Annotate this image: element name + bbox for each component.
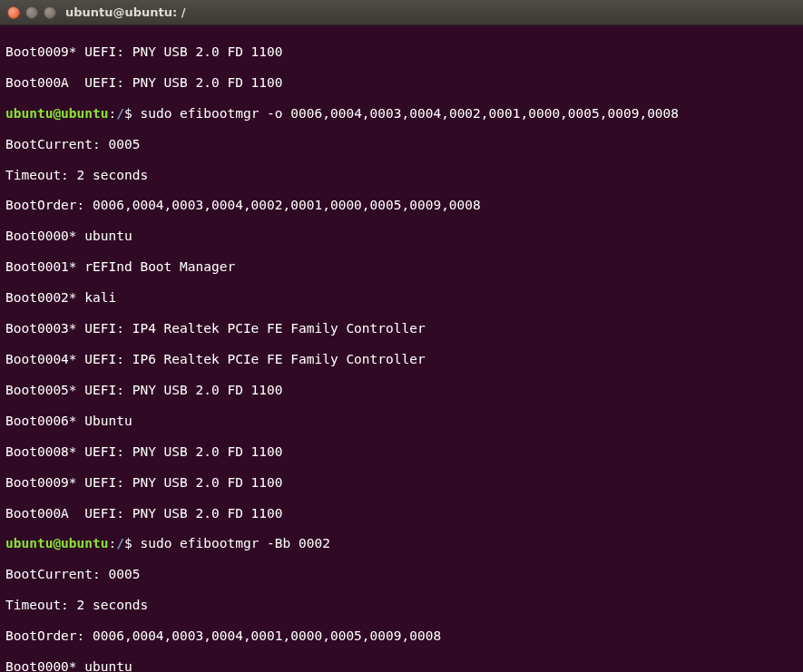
output-line: Boot0006* Ubuntu <box>5 414 798 429</box>
output-line: Timeout: 2 seconds <box>5 168 798 183</box>
output-line: Boot0009* UEFI: PNY USB 2.0 FD 1100 <box>5 44 798 60</box>
prompt-userhost: ubuntu@ubuntu <box>5 106 109 121</box>
output-line: Timeout: 2 seconds <box>5 598 798 613</box>
close-icon[interactable] <box>7 6 20 19</box>
prompt-userhost: ubuntu@ubuntu <box>5 536 109 550</box>
prompt-line: ubuntu@ubuntu:/$ sudo efibootmgr -Bb 000… <box>5 536 798 551</box>
output-line: Boot0003* UEFI: IP4 Realtek PCIe FE Fami… <box>5 321 798 336</box>
output-line: Boot0004* UEFI: IP6 Realtek PCIe FE Fami… <box>5 352 798 367</box>
prompt-cwd: / <box>116 536 124 550</box>
window-title: ubuntu@ubuntu: / <box>65 5 186 19</box>
prompt-symbol: $ <box>124 536 140 550</box>
prompt-colon: : <box>109 106 117 121</box>
maximize-icon[interactable] <box>44 6 56 19</box>
output-line: BootOrder: 0006,0004,0003,0004,0002,0001… <box>5 198 798 213</box>
output-line: Boot0002* kali <box>5 290 798 306</box>
command-text: sudo efibootmgr -Bb 0002 <box>140 536 330 550</box>
minimize-icon[interactable] <box>25 6 38 19</box>
output-line: Boot0000* ubuntu <box>5 229 798 244</box>
prompt-line: ubuntu@ubuntu:/$ sudo efibootmgr -o 0006… <box>5 106 798 122</box>
output-line: BootCurrent: 0005 <box>5 567 798 582</box>
titlebar[interactable]: ubuntu@ubuntu: / <box>0 0 803 25</box>
output-line: BootCurrent: 0005 <box>5 137 798 152</box>
terminal-window: ubuntu@ubuntu: / Boot0009* UEFI: PNY USB… <box>0 0 803 672</box>
prompt-symbol: $ <box>124 106 140 121</box>
prompt-cwd: / <box>116 106 124 121</box>
output-line: Boot000A UEFI: PNY USB 2.0 FD 1100 <box>5 75 798 91</box>
output-line: BootOrder: 0006,0004,0003,0004,0001,0000… <box>5 628 798 644</box>
output-line: Boot000A UEFI: PNY USB 2.0 FD 1100 <box>5 506 798 521</box>
output-line: Boot0009* UEFI: PNY USB 2.0 FD 1100 <box>5 475 798 491</box>
window-controls <box>7 6 56 19</box>
output-line: Boot0008* UEFI: PNY USB 2.0 FD 1100 <box>5 444 798 460</box>
prompt-colon: : <box>109 536 117 550</box>
output-line: Boot0001* rEFInd Boot Manager <box>5 259 798 275</box>
command-text: sudo efibootmgr -o 0006,0004,0003,0004,0… <box>140 106 679 121</box>
output-line: Boot0000* ubuntu <box>5 659 798 672</box>
output-line: Boot0005* UEFI: PNY USB 2.0 FD 1100 <box>5 383 798 398</box>
terminal-body[interactable]: Boot0009* UEFI: PNY USB 2.0 FD 1100 Boot… <box>0 25 803 672</box>
